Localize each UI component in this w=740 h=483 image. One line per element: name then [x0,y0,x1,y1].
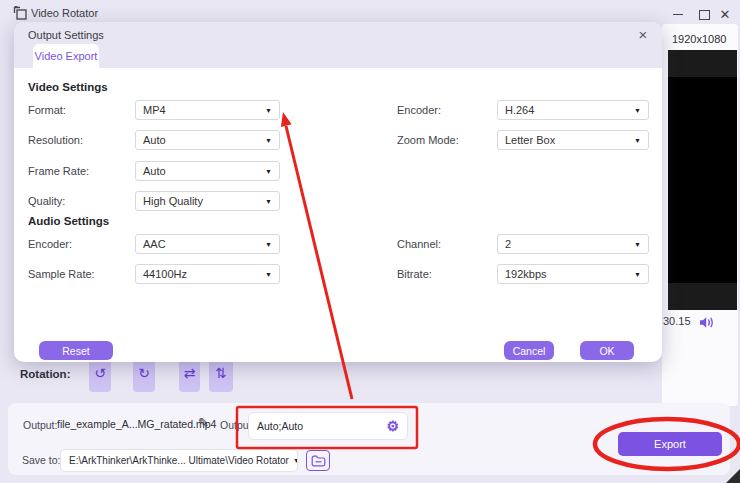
zoom-mode-label: Zoom Mode: [397,134,459,146]
sample-rate-select[interactable]: 44100Hz ▼ [135,264,280,284]
save-to-dropdown[interactable]: E:\ArkThinker\ArkThinke... Ultimate\Vide… [60,449,298,472]
rotate-right-icon: ↻ [138,365,150,381]
zoom-mode-value: Letter Box [505,134,555,146]
speaker-icon[interactable] [699,316,715,329]
save-to-path: E:\ArkThinker\ArkThinke... Ultimate\Vide… [69,455,289,466]
audio-encoder-label: Encoder: [28,238,72,250]
dialog-title: Output Settings [28,29,104,41]
resolution-select[interactable]: Auto ▼ [135,130,280,150]
dialog-close-button[interactable]: × [634,26,652,43]
window-title: Video Rotator [31,7,98,19]
chevron-down-icon: ▼ [634,241,641,248]
format-label: Format: [28,104,66,116]
chevron-down-icon: ▼ [265,137,272,144]
encoder-label: Encoder: [397,104,441,116]
minimize-button[interactable] [668,6,688,23]
video-settings-heading: Video Settings [28,81,108,93]
tab-video-export[interactable]: Video Export [33,44,99,68]
bitrate-value: 192kbps [505,268,547,280]
output-settings-field[interactable]: Auto;Auto ⚙ [248,412,408,440]
quality-select[interactable]: High Quality ▼ [135,191,280,211]
chevron-down-icon: ▼ [265,168,272,175]
bitrate-select[interactable]: 192kbps ▼ [497,264,649,284]
encoder-select[interactable]: H.264 ▼ [497,100,649,120]
format-select[interactable]: MP4 ▼ [135,100,280,120]
maximize-icon [699,10,710,20]
gear-icon[interactable]: ⚙ [386,419,399,433]
channel-select[interactable]: 2 ▼ [497,234,649,254]
format-value: MP4 [143,104,166,116]
quality-label: Quality: [28,195,65,207]
maximize-button[interactable] [694,6,714,23]
reset-button[interactable]: Reset [39,341,113,360]
output-settings-value: Auto;Auto [257,420,303,432]
sample-rate-value: 44100Hz [143,268,187,280]
rotation-label: Rotation: [20,368,70,380]
sample-rate-label: Sample Rate: [28,268,95,280]
chevron-down-icon: ▼ [634,137,641,144]
folder-icon [311,455,326,467]
video-resolution-label: 1920x1080 [672,33,726,45]
channel-value: 2 [505,238,511,250]
pencil-icon: ✎ [198,415,209,430]
flip-horizontal-icon: ⇄ [184,365,196,381]
bitrate-label: Bitrate: [397,268,432,280]
chevron-down-icon: ▼ [265,107,272,114]
cancel-button[interactable]: Cancel [504,341,554,360]
export-button[interactable]: Export [618,432,722,456]
save-to-label: Save to: [22,454,61,466]
ok-button[interactable]: OK [580,341,634,360]
video-preview-content [668,77,737,283]
audio-encoder-select[interactable]: AAC ▼ [135,234,280,254]
minimize-icon [673,14,683,15]
flip-vertical-icon: ⇅ [215,365,227,381]
channel-label: Channel: [397,238,441,250]
frame-rate-label: Frame Rate: [28,165,89,177]
chevron-down-icon: ▼ [265,271,272,278]
output-label: Output: [23,419,57,431]
zoom-mode-select[interactable]: Letter Box ▼ [497,130,649,150]
window-corner-grip [726,468,740,483]
video-preview [668,50,737,310]
frame-rate-select[interactable]: Auto ▼ [135,161,280,181]
chevron-down-icon: ▼ [634,271,641,278]
chevron-down-icon: ▼ [265,241,272,248]
edit-filename-button[interactable]: ✎ [198,415,209,430]
dialog-header: Output Settings × Video Export [14,22,662,68]
chevron-down-icon: ▼ [293,457,298,464]
app-window: Video Rotator ✕ 1920x1080 30.15 Rotation… [0,0,740,483]
window-close-button[interactable]: ✕ [715,6,735,23]
frame-rate-value: Auto [143,165,166,177]
close-icon: ✕ [720,8,731,21]
open-folder-button[interactable] [306,450,330,471]
encoder-value: H.264 [505,104,534,116]
audio-encoder-value: AAC [143,238,166,250]
resolution-value: Auto [143,134,166,146]
output-filename: file_example_A...MG_ratated.mp4 [57,418,216,430]
output-settings-dialog: Output Settings × Video Export Video Set… [14,22,662,362]
chevron-down-icon: ▼ [634,107,641,114]
quality-value: High Quality [143,195,203,207]
playback-time: 30.15 [663,315,691,327]
rotate-left-icon: ↺ [94,365,106,381]
app-icon [13,6,28,21]
audio-settings-heading: Audio Settings [28,215,109,227]
chevron-down-icon: ▼ [265,198,272,205]
resolution-label: Resolution: [28,134,83,146]
